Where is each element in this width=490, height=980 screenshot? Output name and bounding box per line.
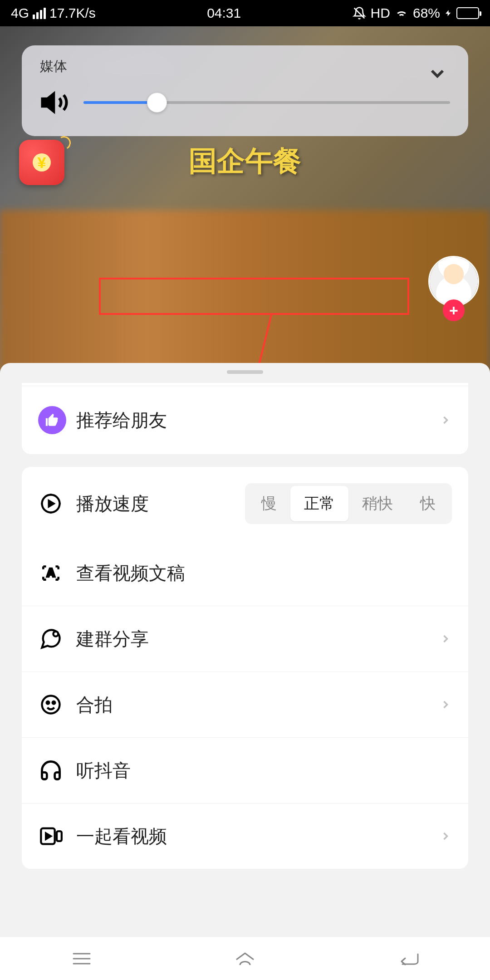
svg-rect-14 — [57, 831, 62, 841]
volume-overlay: 媒体 — [22, 45, 468, 136]
row-watch-together[interactable]: 一起看视频 — [22, 803, 468, 869]
svg-marker-13 — [46, 833, 51, 839]
watch-together-label: 一起看视频 — [76, 824, 439, 849]
system-navbar — [0, 936, 490, 980]
row-group-share[interactable]: 建群分享 — [22, 606, 468, 671]
svg-marker-3 — [43, 94, 54, 112]
svg-point-11 — [53, 701, 55, 704]
volume-thumb[interactable] — [147, 93, 167, 113]
svg-point-9 — [42, 696, 60, 714]
dnd-icon — [353, 6, 366, 20]
battery-icon — [456, 7, 479, 19]
chevron-right-icon — [439, 414, 452, 426]
row-transcript[interactable]: A 查看视频文稿 — [22, 540, 468, 606]
network-speed: 17.7K/s — [49, 5, 96, 21]
chevron-right-icon — [439, 830, 452, 843]
svg-text:A: A — [47, 566, 55, 579]
battery-pct: 68% — [413, 5, 440, 21]
card-recommend: 推荐给朋友 — [22, 383, 468, 454]
status-right: HD 68% — [353, 5, 479, 21]
speaker-icon — [40, 88, 70, 118]
group-share-icon — [38, 626, 64, 652]
transcript-label: 查看视频文稿 — [76, 561, 452, 586]
network-type: 4G — [11, 5, 29, 21]
listen-label: 听抖音 — [76, 758, 452, 783]
row-listen[interactable]: 听抖音 — [22, 737, 468, 803]
speed-segmented[interactable]: 慢 正常 稍快 快 — [245, 483, 452, 524]
row-recommend[interactable]: 推荐给朋友 — [22, 386, 468, 454]
duet-icon — [38, 692, 64, 717]
follow-button[interactable]: + — [443, 299, 465, 321]
wifi-icon — [395, 6, 408, 20]
red-packet-button[interactable] — [19, 140, 64, 185]
headphones-icon — [38, 758, 64, 783]
nav-recent-button[interactable] — [66, 947, 98, 970]
transcript-icon: A — [38, 560, 64, 586]
nav-back-button[interactable] — [392, 947, 424, 970]
signal-icon — [33, 8, 46, 19]
thumbs-up-icon — [38, 406, 66, 434]
recommend-label: 推荐给朋友 — [76, 408, 439, 433]
chevron-down-icon[interactable] — [426, 63, 448, 84]
svg-point-10 — [47, 701, 49, 704]
video-caption: 国企午餐 — [189, 142, 301, 180]
status-left: 4G 17.7K/s — [11, 5, 96, 21]
speed-slightly-fast[interactable]: 稍快 — [348, 486, 407, 521]
chevron-right-icon — [439, 698, 452, 711]
speed-fast[interactable]: 快 — [407, 486, 449, 521]
svg-point-8 — [53, 632, 58, 637]
volume-slider[interactable] — [83, 101, 450, 104]
status-bar: 4G 17.7K/s 04:31 HD 68% — [0, 0, 490, 26]
card-options: 播放速度 慢 正常 稍快 快 A 查看视频文稿 建群分享 — [22, 467, 468, 869]
clock: 04:31 — [96, 5, 353, 21]
annotation-box — [99, 278, 409, 315]
hd-indicator: HD — [371, 5, 390, 21]
sheet-handle[interactable] — [227, 370, 263, 374]
duet-label: 合拍 — [76, 692, 439, 717]
volume-title: 媒体 — [40, 57, 450, 76]
nav-home-button[interactable] — [229, 947, 261, 970]
speed-icon — [38, 491, 64, 516]
speed-label: 播放速度 — [76, 491, 149, 516]
svg-marker-6 — [49, 501, 54, 507]
watch-together-icon — [38, 823, 64, 849]
speed-normal[interactable]: 正常 — [290, 486, 348, 521]
row-duet[interactable]: 合拍 — [22, 671, 468, 737]
speed-slow[interactable]: 慢 — [248, 486, 290, 521]
charging-icon — [445, 7, 452, 19]
group-share-label: 建群分享 — [76, 627, 439, 652]
action-sheet[interactable]: 推荐给朋友 播放速度 慢 正常 稍快 快 A — [0, 363, 490, 936]
chevron-right-icon — [439, 632, 452, 645]
row-speed: 播放速度 慢 正常 稍快 快 — [22, 467, 468, 540]
